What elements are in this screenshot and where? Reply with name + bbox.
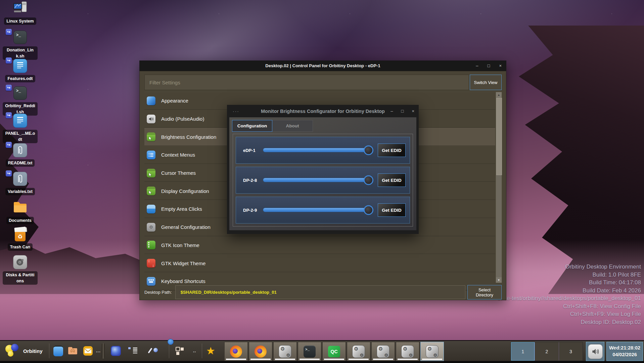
mail-icon[interactable] bbox=[83, 346, 93, 357]
minimize-icon[interactable]: – bbox=[390, 109, 393, 114]
slider-track[interactable] bbox=[263, 208, 372, 212]
info-line: Ctrl+Shift+F8: View Config File bbox=[498, 302, 641, 311]
desktop-icon-label: Variables.txt bbox=[5, 188, 35, 195]
control-panel-titlebar[interactable]: Desktop.02 | Control Panel for Orbitiny … bbox=[139, 61, 506, 71]
close-icon[interactable]: × bbox=[499, 63, 502, 68]
info-line: Build: 1.0 Pilot 8FE bbox=[498, 271, 641, 279]
task-button-settings-3[interactable]: ⚙⚙ bbox=[371, 342, 395, 361]
desktop-icon-label: Features.odt bbox=[5, 75, 35, 82]
desktop-icon-documents[interactable]: Documents bbox=[3, 200, 38, 224]
desktop-icon-disks[interactable]: Disks & Partitions bbox=[3, 254, 38, 285]
window-menu-icon[interactable]: ··· bbox=[233, 109, 239, 114]
slider-handle[interactable] bbox=[364, 146, 373, 155]
task-button-terminal[interactable]: >_ bbox=[298, 342, 321, 361]
get-edid-button[interactable]: Get EDID bbox=[378, 173, 406, 187]
switch-view-button[interactable]: Switch View bbox=[470, 75, 502, 90]
launcher-app-icon[interactable] bbox=[53, 346, 63, 356]
gears-icon: ⚙⚙ bbox=[352, 345, 365, 358]
info-line: Build Date: Feb 4 2026 bbox=[498, 287, 641, 295]
workspace-1[interactable]: 1 bbox=[511, 342, 535, 361]
desktop-icon-orbitiny-reddit[interactable]: >_ ↪ Orbitiny_Reddit.sh bbox=[3, 85, 38, 116]
home-folder-icon[interactable] bbox=[67, 346, 78, 357]
settings-item-gtk-icon-theme[interactable]: GTK Icon Theme bbox=[144, 236, 495, 254]
minimize-icon[interactable]: – bbox=[476, 63, 478, 68]
info-line: Ctrl+Shift+F9: View Log File bbox=[498, 310, 641, 318]
favorites-star-icon[interactable]: ★ bbox=[206, 345, 215, 357]
scrollbar-thumb[interactable] bbox=[496, 98, 502, 175]
dialog-titlebar[interactable]: ··· Monitor Brightness Configurator for … bbox=[229, 105, 416, 117]
filter-settings-input[interactable] bbox=[144, 75, 469, 90]
browser-globe-icon[interactable] bbox=[111, 346, 121, 356]
task-button-settings-2[interactable]: ⚙⚙ bbox=[347, 342, 370, 361]
workspace-pager: 1 2 3 bbox=[511, 342, 583, 361]
firefox-icon bbox=[230, 346, 242, 358]
taskbar-start[interactable]: Orbitiny bbox=[5, 341, 43, 361]
task-button-brightness-active[interactable]: ⚙⚙ bbox=[420, 342, 444, 361]
monitor-list-panel: eDP-1 Get EDID DP-2-8 Get EDID bbox=[233, 134, 413, 227]
desktop-icon-donation-link[interactable]: >_ ↪ Donation_Link.sh bbox=[3, 30, 38, 60]
desktop: Linux System >_ ↪ Donation_Link.sh ↪ Fea… bbox=[0, 0, 644, 363]
desktop-icon-features[interactable]: ↪ Features.odt bbox=[3, 58, 38, 82]
desktop-icon-linux-system[interactable]: Linux System bbox=[3, 1, 38, 25]
speaker-icon bbox=[588, 344, 603, 359]
slider-handle[interactable] bbox=[364, 175, 373, 185]
task-button-qc[interactable]: QC bbox=[322, 342, 346, 361]
qc-icon: QC bbox=[328, 346, 340, 357]
scroll-down-icon[interactable]: ▼ bbox=[496, 277, 502, 283]
scrollbar[interactable]: ▲ ▼ bbox=[496, 92, 502, 283]
workspace-2[interactable]: 2 bbox=[535, 342, 559, 361]
scroll-up-icon[interactable]: ▲ bbox=[496, 92, 502, 97]
brightness-dialog: ··· Monitor Brightness Configurator for … bbox=[227, 105, 419, 234]
firefox-icon bbox=[255, 346, 267, 358]
monitor-name: DP-2-9 bbox=[243, 208, 262, 213]
brightness-slider[interactable] bbox=[263, 148, 372, 153]
select-directory-button[interactable]: Select Directory bbox=[467, 285, 502, 299]
settings-item-label: Display Configuration bbox=[161, 188, 209, 194]
panel-drag-handle[interactable] bbox=[102, 343, 105, 359]
slider-track[interactable] bbox=[263, 178, 372, 182]
disk-utility-icon bbox=[13, 255, 27, 269]
maximize-icon[interactable]: □ bbox=[488, 63, 490, 68]
brightness-slider[interactable] bbox=[263, 208, 372, 212]
info-line: ease-test/orbitiny//shared/desktops/port… bbox=[498, 294, 641, 302]
task-button-settings-1[interactable]: ⚙⚙ bbox=[273, 342, 297, 361]
task-button-firefox-1[interactable] bbox=[224, 342, 248, 361]
desktop-icon-trash[interactable]: ♻ Trash Can bbox=[3, 227, 38, 251]
wallpaper-cliff-right bbox=[490, 26, 644, 294]
monitor-name: DP-2-8 bbox=[243, 178, 262, 183]
workspace-3[interactable]: 3 bbox=[559, 342, 583, 361]
get-edid-button[interactable]: Get EDID bbox=[378, 144, 406, 157]
brightness-slider[interactable] bbox=[263, 178, 372, 183]
desktop-icon-panel-readme[interactable]: ↪ PANEL_...ME.odt bbox=[3, 113, 38, 143]
tab-about[interactable]: About bbox=[272, 120, 313, 132]
desktop-path-input[interactable] bbox=[175, 285, 465, 299]
volume-button[interactable] bbox=[586, 342, 604, 361]
symlink-arrow-icon: ↪ bbox=[6, 85, 12, 91]
trash-icon: ♻ bbox=[13, 227, 27, 241]
settings-item-gtk-widget-theme[interactable]: ↑↓ GTK Widget Theme bbox=[144, 254, 495, 272]
separator bbox=[169, 344, 169, 358]
slider-handle[interactable] bbox=[364, 205, 373, 215]
monitor-row-edp1: eDP-1 Get EDID bbox=[236, 137, 410, 164]
launcher-more-2[interactable]: .. bbox=[193, 348, 196, 353]
close-icon[interactable]: × bbox=[412, 109, 414, 114]
task-button-settings-4[interactable]: ⚙⚙ bbox=[396, 342, 419, 361]
dialog-body: Configuration About eDP-1 Get EDID DP-2-… bbox=[229, 117, 416, 230]
get-edid-button[interactable]: Get EDID bbox=[378, 203, 406, 217]
task-button-firefox-2[interactable] bbox=[249, 342, 272, 361]
slider-track[interactable] bbox=[263, 148, 372, 152]
symlink-arrow-icon: ↪ bbox=[6, 112, 12, 118]
desktop-icon-variables[interactable]: ↪ Variables.txt bbox=[3, 171, 38, 195]
settings-item-label: Cursor Themes bbox=[161, 170, 196, 176]
cursor-themes-icon bbox=[147, 169, 155, 177]
orbitiny-logo-icon[interactable] bbox=[5, 344, 20, 358]
gtk-icon-theme-icon bbox=[147, 241, 155, 249]
settings-item-label: Keyboard Shortcuts bbox=[161, 278, 205, 284]
tab-configuration[interactable]: Configuration bbox=[232, 120, 272, 132]
maximize-icon[interactable]: □ bbox=[401, 109, 404, 114]
paperclip-icon bbox=[13, 172, 27, 186]
launcher-more[interactable]: ... bbox=[96, 348, 101, 353]
clock[interactable]: Wed:21:28:02 04/02/2026 bbox=[606, 342, 643, 361]
desktop-icon-readme[interactable]: ↪ README.txt bbox=[3, 143, 38, 167]
appearance-icon bbox=[147, 96, 155, 105]
